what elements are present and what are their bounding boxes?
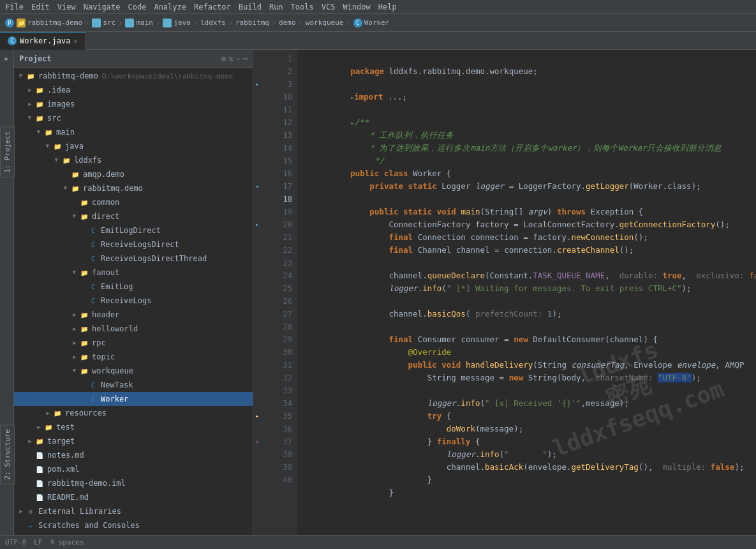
- tool-project-btn[interactable]: ▶: [1, 52, 13, 64]
- tree-item-receivelogsdirect[interactable]: ▶ C ReceiveLogsDirect: [14, 237, 253, 252]
- tree-item-helloworld[interactable]: ▶ 📁 helloworld: [14, 322, 253, 336]
- code-line-24: logger.info(" [*] Waiting for messages. …: [302, 269, 756, 282]
- tab-worker-java[interactable]: C Worker.java ×: [0, 32, 86, 50]
- tree-item-notesmd[interactable]: ▶ 📄 notes.md: [14, 448, 253, 462]
- code-editor[interactable]: ▸ ◂ ▸: [253, 50, 756, 535]
- tree-item-src[interactable]: ▶ 📁 src: [14, 111, 253, 125]
- sidebar-label-project[interactable]: 1: Project: [0, 126, 15, 177]
- folder-icon-target: 📁: [34, 436, 45, 446]
- tree-item-direct[interactable]: ▶ 📁 direct: [14, 209, 253, 223]
- gutter-fold-18[interactable]: ▸: [253, 218, 261, 231]
- linenum-21: 21: [269, 231, 297, 244]
- tree-item-pomxml[interactable]: ▶ 📄 pom.xml: [14, 462, 253, 476]
- tree-label-main: main: [56, 128, 75, 137]
- gutter-fold-3[interactable]: ▸: [253, 78, 261, 91]
- tree-item-newtask[interactable]: ▶ C NewTask: [14, 378, 253, 392]
- panel-more-btn[interactable]: ⋯: [243, 54, 248, 63]
- tree-arrow-workqueue: ▶: [70, 366, 79, 375]
- tree-item-lddxfs[interactable]: ▶ 📁 lddxfs: [14, 153, 253, 167]
- linenum-14: 14: [269, 142, 297, 154]
- menu-analyze[interactable]: Analyze: [154, 3, 186, 11]
- menu-run[interactable]: Run: [269, 3, 283, 11]
- tree-item-idea[interactable]: ▶ 📁 .idea: [14, 83, 253, 97]
- menu-navigate[interactable]: Navigate: [84, 3, 121, 11]
- tree-arrow-helloworld: ▶: [70, 324, 79, 333]
- panel-layout-btn[interactable]: ⇅: [228, 54, 233, 63]
- breadcrumb-label-project: rabbitmq-demo: [27, 19, 82, 27]
- tree-label-receivelogs: ReceiveLogs: [101, 296, 151, 305]
- breadcrumb-lddxfs[interactable]: lddxfs: [200, 19, 226, 27]
- xml-icon-pom: 📄: [34, 464, 45, 474]
- tree-label-header: header: [92, 310, 119, 319]
- status-encoding: UTF-8: [5, 538, 26, 546]
- folder-icon-fanout: 📁: [79, 267, 89, 278]
- tree-item-worker[interactable]: ▶ C Worker: [14, 392, 253, 406]
- tab-close-button[interactable]: ×: [73, 38, 77, 45]
- tree-item-rpc[interactable]: ▶ 📁 rpc: [14, 336, 253, 350]
- tree-label-root: rabbitmq-demo: [38, 71, 98, 80]
- code-content[interactable]: package lddxfs.rabbitmq.demo.workqueue; …: [297, 50, 756, 535]
- breadcrumb-src[interactable]: src: [92, 19, 115, 27]
- gutter-fold-28[interactable]: ▸: [253, 410, 261, 423]
- menu-file[interactable]: File: [5, 3, 24, 11]
- menu-window[interactable]: Window: [343, 3, 370, 11]
- tree-item-receivelogs[interactable]: ▶ C ReceiveLogs: [14, 294, 253, 308]
- tree-label-java: java: [65, 142, 84, 151]
- breadcrumb-demo[interactable]: demo: [279, 19, 296, 27]
- tree-item-images[interactable]: ▶ 📁 images: [14, 97, 253, 111]
- gutter-fold-15[interactable]: ◂: [253, 180, 261, 193]
- tree-arrow-java: ▶: [43, 142, 52, 151]
- tree-item-receivelogsdirectthread[interactable]: ▶ C ReceiveLogsDirectThread: [14, 252, 253, 266]
- tree-item-target[interactable]: ▶ 📁 target: [14, 434, 253, 448]
- tree-item-resources[interactable]: ▶ 📁 resources: [14, 406, 253, 420]
- tree-item-rabbitmqdemo[interactable]: ▶ 📁 rabbitmq.demo: [14, 181, 253, 195]
- breadcrumb-worker[interactable]: C Worker: [353, 19, 390, 27]
- menu-help[interactable]: Help: [378, 3, 397, 11]
- tree-item-amqp[interactable]: ▶ 📁 amqp.demo: [14, 167, 253, 181]
- panel-settings-btn[interactable]: ⚙: [221, 54, 226, 63]
- linenum-29: 29: [269, 333, 297, 346]
- code-line-22: [302, 244, 756, 257]
- status-line-sep: LF: [34, 538, 42, 546]
- breadcrumb-label-src: src: [103, 19, 115, 27]
- breadcrumb-project[interactable]: 📁 rabbitmq-demo: [17, 19, 82, 27]
- menu-build[interactable]: Build: [239, 3, 262, 11]
- menu-tools[interactable]: Tools: [291, 3, 314, 11]
- code-line-36: } finally {: [302, 423, 756, 435]
- tree-item-emitlogdirect[interactable]: ▶ C EmitLogDirect: [14, 223, 253, 237]
- breadcrumb-rabbitmq[interactable]: rabbitmq: [235, 19, 269, 27]
- tree-item-workqueue[interactable]: ▶ 📁 workqueue: [14, 364, 253, 378]
- tree-item-common[interactable]: ▶ 📁 common: [14, 195, 253, 209]
- tree-item-test[interactable]: ▶ 📁 test: [14, 420, 253, 434]
- tree-item-iml[interactable]: ▶ 📄 rabbitmq-demo.iml: [14, 476, 253, 490]
- menu-edit[interactable]: Edit: [31, 3, 50, 11]
- menu-refactor[interactable]: Refactor: [194, 3, 231, 11]
- tree-item-readme[interactable]: ▶ 📄 README.md: [14, 490, 253, 504]
- gutter-fold-30[interactable]: ⚠: [253, 435, 261, 448]
- sidebar-label-structure[interactable]: 2: Structure: [0, 425, 15, 484]
- menu-view[interactable]: View: [57, 3, 76, 11]
- linenum-36: 36: [269, 423, 297, 435]
- code-gutter-run: [261, 50, 269, 535]
- tree-item-root[interactable]: ▶ 📁 rabbitmq-demo D:\workspaceidea1\rabb…: [14, 69, 253, 83]
- panel-close-btn[interactable]: −: [236, 54, 241, 63]
- breadcrumb-java[interactable]: java: [163, 19, 191, 27]
- code-gutter-fold: ▸ ◂ ▸: [253, 50, 261, 535]
- tree-item-main[interactable]: ▶ 📁 main: [14, 125, 253, 139]
- tree-item-topic[interactable]: ▶ 📁 topic: [14, 350, 253, 364]
- breadcrumb-main[interactable]: main: [125, 19, 153, 27]
- tree-label-receivelogsdirectthread: ReceiveLogsDirectThread: [101, 254, 207, 263]
- tree-item-fanout[interactable]: ▶ 📁 fanout: [14, 266, 253, 280]
- linenum-34: 34: [269, 397, 297, 410]
- linenum-38: 38: [269, 448, 297, 461]
- code-line-17: [302, 180, 756, 193]
- code-line-1: package lddxfs.rabbitmq.demo.workqueue;: [302, 52, 756, 65]
- tree-item-emitlog[interactable]: ▶ C EmitLog: [14, 280, 253, 294]
- menu-code[interactable]: Code: [128, 3, 147, 11]
- tree-item-scratches[interactable]: ▶ ✏ Scratches and Consoles: [14, 518, 253, 532]
- menu-vcs[interactable]: VCS: [322, 3, 336, 11]
- tree-item-extlib[interactable]: ▶ ⚙ External Libraries: [14, 504, 253, 518]
- breadcrumb-workqueue[interactable]: workqueue: [306, 19, 344, 27]
- tree-item-header[interactable]: ▶ 📁 header: [14, 308, 253, 322]
- tree-item-java[interactable]: ▶ 📁 java: [14, 139, 253, 153]
